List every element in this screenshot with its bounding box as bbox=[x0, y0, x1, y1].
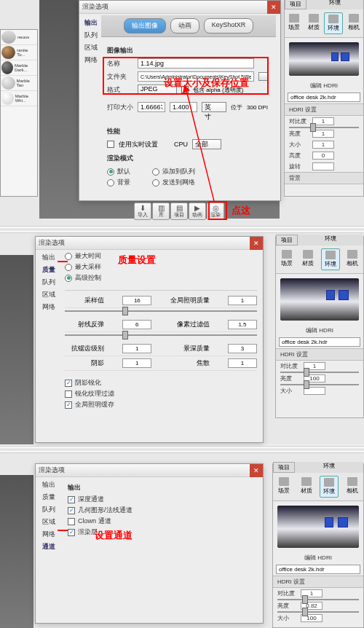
shadow-input[interactable] bbox=[122, 358, 151, 368]
tab-xr[interactable]: KeyShotXR bbox=[204, 18, 254, 34]
close-button[interactable]: ✕ bbox=[267, 1, 280, 14]
side-tab-queue[interactable]: 队列 bbox=[82, 29, 100, 42]
side-tab-quality[interactable]: 质量 bbox=[39, 264, 59, 276]
env-tab-env[interactable]: 环境 bbox=[320, 476, 339, 498]
dialog-title: 渲染选项 bbox=[39, 466, 65, 475]
radio-advanced[interactable] bbox=[65, 275, 72, 282]
bounce-input[interactable] bbox=[122, 320, 151, 329]
render-options-dialog: 渲染选项 ✕ 输出 质量 队列 区域 网络 通道 输出 深度通道 几何图形/法线… bbox=[35, 463, 264, 624]
arrow-annotation bbox=[178, 58, 222, 204]
side-tab-output[interactable]: 输出 bbox=[39, 479, 59, 491]
aa-input[interactable] bbox=[122, 344, 151, 353]
list-item[interactable]: Marble Whi... bbox=[1, 91, 37, 106]
slider[interactable] bbox=[280, 372, 359, 373]
annotation-mark bbox=[58, 530, 68, 531]
env-tab-cam[interactable]: 相机 bbox=[344, 248, 361, 270]
side-tab-output[interactable]: 输出 bbox=[82, 17, 100, 29]
slider[interactable] bbox=[65, 334, 257, 336]
env-tab-scene[interactable]: 场景 bbox=[278, 248, 296, 270]
project-button[interactable]: ▤项目 bbox=[170, 203, 188, 220]
radio-default[interactable] bbox=[107, 168, 114, 176]
side-tab-network[interactable]: 网络 bbox=[39, 301, 59, 313]
env-tab-mat[interactable]: 材质 bbox=[298, 476, 315, 498]
side-tab-output[interactable]: 输出 bbox=[39, 251, 59, 264]
list-item[interactable]: ranite To... bbox=[1, 45, 37, 60]
side-tab-region[interactable]: 区域 bbox=[39, 516, 59, 528]
env-tab-scene[interactable]: 场景 bbox=[275, 476, 293, 498]
env-tab-mat[interactable]: 材质 bbox=[299, 248, 317, 270]
env-tab-cam[interactable]: 相机 bbox=[344, 476, 361, 498]
annotation-box bbox=[208, 201, 227, 220]
anim-button[interactable]: ▶动画 bbox=[189, 203, 206, 220]
pixfilter-input[interactable] bbox=[228, 320, 257, 329]
list-item[interactable]: Marble Tan bbox=[1, 76, 37, 91]
samples-input[interactable] bbox=[122, 296, 151, 305]
section-header: 图像输出 bbox=[107, 46, 270, 55]
import-button[interactable]: ⬇导入 bbox=[134, 203, 151, 220]
close-button[interactable]: ✕ bbox=[250, 237, 263, 250]
print-w-input[interactable] bbox=[138, 102, 165, 112]
close-button[interactable]: ✕ bbox=[250, 464, 263, 477]
dof-input[interactable] bbox=[228, 344, 257, 353]
check-layer[interactable] bbox=[68, 529, 75, 536]
gi-input[interactable] bbox=[228, 296, 257, 305]
lib-button[interactable]: ▥库 bbox=[152, 203, 170, 220]
radio-queue[interactable] bbox=[152, 168, 159, 176]
env-panel: 项目环境 场景 材质 环境 相机 编辑 HDRI office desk 2k.… bbox=[272, 463, 364, 628]
env-tab-cam[interactable]: 相机 bbox=[345, 12, 363, 34]
render-options-dialog: 渲染选项 ✕ 输出 质量 队列 区域 网络 最大时间 最大采样 高级控制 采样值… bbox=[35, 236, 264, 443]
tab-anim[interactable]: 动画 bbox=[170, 18, 199, 34]
env-panel: 项目环境 场景 材质 环境 相机 编辑 HDRI office desk 2k.… bbox=[284, 0, 364, 197]
side-tab-network[interactable]: 网络 bbox=[82, 54, 100, 66]
env-tab-scene[interactable]: 场景 bbox=[285, 12, 303, 34]
hdri-preview bbox=[277, 506, 359, 548]
radio-maxsamples[interactable] bbox=[65, 264, 72, 271]
env-panel: 项目环境 场景 材质 环境 相机 编辑 HDRI office desk 2k.… bbox=[275, 236, 364, 418]
list-item[interactable]: Marble Dark... bbox=[1, 60, 37, 76]
side-tab-pass[interactable]: 通道 bbox=[39, 541, 59, 553]
hdri-file-input[interactable]: office desk 2k.hdr bbox=[288, 93, 360, 102]
env-tab-env[interactable]: 环境 bbox=[321, 248, 340, 270]
viewport bbox=[0, 255, 33, 444]
radio-net[interactable] bbox=[152, 179, 159, 187]
caustic-input[interactable] bbox=[228, 358, 257, 368]
realtime-checkbox[interactable] bbox=[107, 141, 114, 148]
radio-maxtime[interactable] bbox=[65, 253, 72, 260]
env-tab-env[interactable]: 环境 bbox=[324, 12, 343, 34]
annotation-text: 设置通道 bbox=[95, 529, 132, 542]
hdri-preview bbox=[289, 42, 359, 76]
check-gicache[interactable] bbox=[65, 401, 72, 409]
check-normal[interactable] bbox=[68, 507, 75, 514]
hdri-file-input[interactable]: office desk 2k.hdr bbox=[276, 565, 360, 574]
radio-bg[interactable] bbox=[107, 179, 114, 187]
svg-line-0 bbox=[186, 87, 215, 204]
side-tab-network[interactable]: 网络 bbox=[39, 528, 59, 541]
side-tab-region[interactable]: 区域 bbox=[82, 42, 100, 54]
check-texfilter[interactable] bbox=[65, 390, 72, 398]
env-tab-mat[interactable]: 材质 bbox=[305, 12, 323, 34]
check-clown[interactable] bbox=[68, 518, 75, 525]
dialog-title: 渲染选项 bbox=[39, 238, 65, 248]
check-depth[interactable] bbox=[68, 496, 75, 503]
output-header: 输出 bbox=[68, 483, 257, 492]
hdri-file-input[interactable]: office desk 2k.hdr bbox=[279, 337, 360, 347]
list-item[interactable]: neous bbox=[1, 30, 37, 45]
annotation-text: 质量设置 bbox=[118, 254, 156, 267]
dialog-title: 渲染选项 bbox=[82, 2, 108, 12]
slider[interactable] bbox=[277, 599, 359, 600]
side-tab-queue[interactable]: 队列 bbox=[39, 503, 59, 516]
viewport bbox=[0, 475, 33, 628]
slider[interactable] bbox=[65, 310, 257, 312]
hdri-preview bbox=[280, 278, 359, 321]
annotation-text: 点这 bbox=[232, 204, 250, 217]
side-tab-region[interactable]: 区域 bbox=[39, 289, 59, 301]
slider[interactable] bbox=[280, 384, 359, 385]
slider[interactable] bbox=[277, 611, 359, 613]
tab-output-image[interactable]: 输出图像 bbox=[124, 18, 166, 34]
side-tab-quality[interactable]: 质量 bbox=[39, 491, 59, 503]
check-shadowsharp[interactable] bbox=[65, 380, 72, 387]
material-list: neous ranite To... Marble Dark... Marble… bbox=[0, 29, 38, 197]
slider[interactable] bbox=[289, 127, 359, 128]
side-tab-queue[interactable]: 队列 bbox=[39, 276, 59, 289]
